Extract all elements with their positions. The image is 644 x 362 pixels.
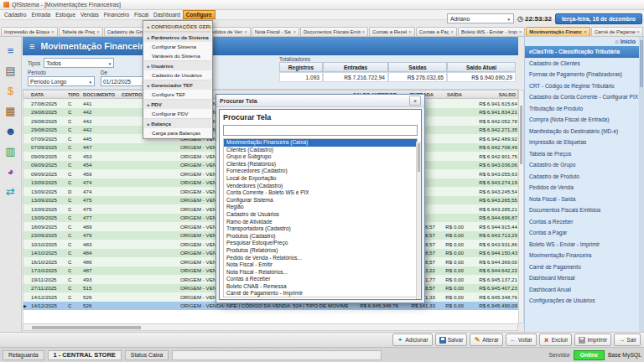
screen-list-item[interactable]: Movimentação Financeira (Caixa)	[224, 139, 417, 147]
configure-menu-entry[interactable]: Configurar Sistema	[144, 42, 211, 51]
screen-list-item[interactable]: Contas a Receber	[224, 276, 417, 283]
tab[interactable]: Contas a Receber	[369, 27, 415, 36]
tab-close-icon[interactable]	[51, 29, 55, 34]
status-caixa-button[interactable]: Status Caixa	[125, 350, 169, 360]
alterar-button[interactable]: Alterar	[470, 334, 502, 346]
configure-menu-entry[interactable]: » Balança	[144, 118, 211, 128]
products-icon[interactable]: ▦	[5, 106, 15, 116]
table-horizontal-scrollbar[interactable]	[23, 323, 518, 331]
configure-menu-entry[interactable]: Configurar PDV	[144, 109, 211, 118]
menu-item[interactable]: Financeiro	[101, 10, 132, 19]
tab-close-icon[interactable]	[408, 29, 412, 34]
sidebar-item[interactable]: Movimentação Financeira	[525, 250, 644, 261]
sair-button[interactable]: Sair	[614, 334, 641, 346]
sidebar-item[interactable]: Dashboard Mensal	[525, 272, 644, 284]
sidebar-item[interactable]: Carnê de Pagamento	[525, 261, 644, 273]
screen-list-item[interactable]: Vendedores (Cadastro)	[224, 183, 417, 190]
tab[interactable]: Carnê de Pagamento	[591, 27, 643, 36]
tab[interactable]: Tabela de Preços	[59, 27, 103, 36]
price-tag-icon[interactable]: $	[8, 85, 13, 96]
sidebar-item[interactable]: Tabela de Preços	[525, 148, 644, 160]
tab[interactable]: Contas a Pagar	[416, 27, 457, 36]
menu-icon[interactable]: ≡	[8, 45, 14, 56]
configure-menu-entry[interactable]: Configure TEF	[144, 90, 211, 99]
sidebar-item[interactable]: Cadastro de Produto	[525, 171, 644, 183]
configure-menu-entry[interactable]: Cadastro de Usuários	[144, 70, 211, 80]
customers-icon[interactable]: ☻	[5, 126, 17, 137]
menu-item[interactable]: Configure	[183, 10, 216, 19]
tab-close-icon[interactable]	[584, 29, 587, 34]
configure-menu-entry[interactable]: » Parâmetros de Sistema	[144, 32, 211, 42]
configure-menu-entry[interactable]: » CONFIGURAÇÕES GERAIS »	[144, 22, 211, 32]
screen-list-item[interactable]: Configurar Sistema	[224, 197, 417, 204]
tipos-select[interactable]: Todos	[44, 58, 114, 68]
sidebar-item[interactable]: Dashboard Anual	[525, 284, 644, 296]
tab-close-icon[interactable]	[450, 29, 454, 34]
menu-item[interactable]: Fiscal	[132, 10, 151, 19]
sidebar-item[interactable]: Cadastro da Conta Corrente - Configurar …	[525, 91, 644, 103]
screen-list-item[interactable]: Cadastro de Usuários	[224, 211, 417, 219]
periodo-select[interactable]: Período Longo	[28, 76, 95, 86]
tab[interactable]: Boleto WS - Enviar - Imprimir	[458, 27, 525, 36]
tab-close-icon[interactable]	[362, 29, 366, 34]
column-documento[interactable]: DOCUMENTO	[81, 92, 120, 97]
screen-list-item[interactable]: Pesquisar Estoque/Preço	[224, 240, 417, 247]
screen-list-item[interactable]: Produtos (Cadastro)	[224, 233, 417, 240]
menu-item[interactable]: Dashboard	[151, 10, 183, 19]
screen-list-item[interactable]: Clientes (Cadastro)	[224, 147, 417, 154]
tab-close-icon[interactable]	[519, 29, 522, 34]
sidebar-scrollbar[interactable]	[639, 37, 644, 332]
voltar-button[interactable]: Voltar	[506, 334, 537, 346]
screen-list-item[interactable]: Grupo e Subgrupo	[224, 153, 417, 161]
sidebar-item[interactable]: Cadastro de Clientes	[525, 58, 644, 70]
screen-list-item[interactable]: Região	[224, 204, 417, 211]
menu-item[interactable]: Estoque	[53, 10, 78, 19]
screen-list-item[interactable]: Boleto CNAB - Remessa	[224, 283, 417, 291]
sidebar-item[interactable]: Tributação de Produto	[525, 103, 644, 115]
menu-item[interactable]: Entrada	[29, 10, 53, 19]
configure-menu-entry[interactable]: Variáveis do Sistema	[144, 51, 211, 60]
imprimir-button[interactable]: Imprimir	[574, 334, 611, 346]
sidebar-item[interactable]: Documentos Fiscais Emitidos	[525, 204, 644, 216]
sidebar-item[interactable]: Pedidos de Venda	[525, 182, 644, 194]
sidebar-item[interactable]: eClasTrib - Classificação Tributária	[525, 46, 644, 58]
menu-item[interactable]: Vendas	[78, 10, 101, 19]
tab-close-icon[interactable]	[244, 29, 247, 34]
tab[interactable]: Nota Fiscal - Saída	[252, 27, 299, 36]
menu-icon[interactable]: ≡	[29, 41, 34, 51]
sidebar-item[interactable]: Impressão de Etiquetas	[525, 137, 644, 148]
sidebar-item[interactable]: Nota Fiscal - Saída	[525, 194, 644, 205]
tab-close-icon[interactable]	[637, 29, 641, 34]
pie-chart-icon[interactable]: ◕	[8, 166, 14, 177]
screen-list-item[interactable]: Clientes (Relatórios)	[224, 161, 417, 168]
tab[interactable]: Movimentação Financeira	[526, 27, 590, 36]
tab[interactable]: Impressão de Etiquetas	[1, 27, 58, 36]
tab-close-icon[interactable]	[293, 29, 296, 34]
retaguarda-button[interactable]: Retaguarda	[3, 350, 44, 360]
screen-list-item[interactable]: Local de Exportação	[224, 175, 417, 183]
configure-menu-entry[interactable]: » Usuários	[144, 60, 211, 70]
sidebar-item[interactable]: Contas a Receber	[525, 216, 644, 228]
screen-list-item[interactable]: Transportadora (Cadastro)	[224, 225, 417, 233]
sidebar-item[interactable]: Cadastro de Grupo	[525, 159, 644, 171]
screen-list-item[interactable]: Fornecedores (Cadastro)	[224, 168, 417, 175]
screen-list-scrollbar[interactable]	[416, 142, 421, 299]
bar-chart-icon[interactable]: ▥	[5, 146, 15, 157]
user-select[interactable]: Adriano	[447, 13, 514, 23]
sidebar-home[interactable]: Início	[525, 37, 644, 46]
sidebar-item[interactable]: CRT - Código de Regime Tributário	[525, 80, 644, 92]
screen-list-item[interactable]: Carnê de Pagamento - Imprimir	[224, 290, 417, 297]
table-vertical-scrollbar[interactable]	[518, 90, 524, 323]
column-tipo[interactable]: TIPO	[66, 92, 81, 97]
tab[interactable]: Documentos Fiscais Emitidos	[300, 27, 368, 36]
screen-list-item[interactable]: Produtos (Relatórios)	[224, 247, 417, 255]
close-icon[interactable]	[409, 96, 421, 106]
screen-list-item[interactable]: Conta Corrente - Boleto WS e PIX	[224, 189, 417, 197]
tab-close-icon[interactable]	[96, 29, 100, 34]
column-saida[interactable]: SAÍDA	[435, 92, 464, 97]
printer-icon[interactable]: ▤	[5, 65, 15, 76]
menu-item[interactable]: Cadastro	[2, 10, 29, 19]
configure-menu-entry[interactable]: » Gerenciador TEF	[144, 80, 211, 90]
screen-list-item[interactable]: Nota Fiscal - Emitir	[224, 261, 417, 269]
excluir-button[interactable]: Excluir	[539, 334, 573, 346]
